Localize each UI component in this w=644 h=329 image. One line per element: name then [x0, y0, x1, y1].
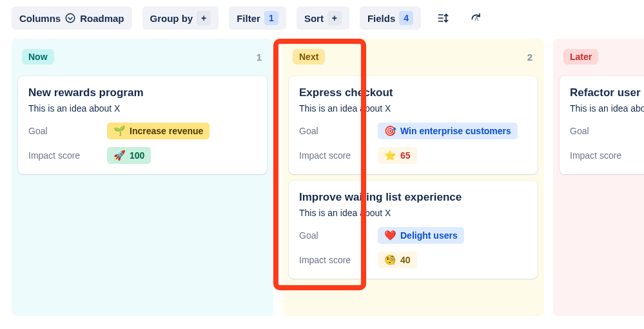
goal-text: Delight users [400, 230, 458, 241]
card[interactable]: Improve waiting list experience This is … [289, 181, 538, 279]
fields-count-badge: 4 [399, 11, 413, 25]
field-row-impact: Impact score ⭐ 65 [299, 145, 527, 166]
autofill-button[interactable]: A [465, 6, 488, 30]
toolbar: Columns Roadmap Group by + Filter 1 Sort… [12, 4, 632, 32]
card-description: This is an idea about [570, 103, 644, 114]
impact-score: 40 [400, 255, 411, 265]
card-description: This is an idea about X [299, 103, 527, 114]
seedling-icon: 🌱 [113, 125, 126, 137]
column-header: Now 1 [18, 44, 267, 70]
card-description: This is an idea about X [299, 208, 527, 218]
column-header: Later [560, 44, 644, 70]
impact-label: Impact score [28, 150, 99, 161]
rocket-icon: 🚀 [113, 150, 126, 161]
card-title: Express checkout [299, 86, 527, 99]
card-title: New rewards program [28, 86, 257, 99]
impact-label: Impact score [299, 255, 370, 265]
board: Now 1 New rewards program This is an ide… [12, 39, 632, 316]
stage-pill[interactable]: Next [293, 49, 325, 65]
filter-button[interactable]: Filter 1 [229, 6, 286, 30]
card[interactable]: New rewards program This is an idea abou… [18, 76, 267, 174]
column-count: 2 [527, 52, 532, 63]
sort-label: Sort [304, 13, 324, 24]
stage-pill[interactable]: Now [22, 49, 54, 65]
impact-tag[interactable]: 🚀 100 [107, 147, 151, 164]
field-row-impact: Impact score 🧐 [570, 145, 644, 166]
stage-pill[interactable]: Later [563, 49, 598, 65]
field-row-goal: Goal 🏆 [570, 120, 644, 142]
columns-view-name: Roadmap [80, 13, 124, 24]
plus-icon: + [197, 11, 211, 25]
impact-label: Impact score [570, 150, 641, 161]
card-title: Refactor user p [570, 86, 644, 99]
goal-tag[interactable]: 🎯 Win enterprise customers [378, 123, 518, 139]
field-row-goal: Goal 🎯 Win enterprise customers [299, 120, 527, 142]
plus-icon: + [327, 11, 342, 25]
row-height-button[interactable] [431, 6, 454, 30]
goal-label: Goal [28, 126, 99, 136]
filter-count-badge: 1 [264, 11, 278, 25]
goal-text: Win enterprise customers [400, 126, 511, 136]
svg-point-0 [66, 14, 75, 23]
columns-label: Columns [19, 13, 61, 24]
field-row-impact: Impact score 🚀 100 [28, 145, 257, 166]
goal-tag[interactable]: 🌱 Increase revenue [107, 123, 210, 139]
columns-button[interactable]: Columns Roadmap [12, 6, 132, 30]
goal-label: Goal [299, 126, 370, 136]
card-description: This is an idea about X [28, 103, 257, 114]
goal-text: Increase revenue [130, 126, 203, 136]
heart-icon: ❤️ [384, 230, 396, 241]
filter-label: Filter [237, 13, 260, 24]
card[interactable]: Refactor user p This is an idea about Go… [560, 76, 644, 174]
column-next[interactable]: Next 2 Express checkout This is an idea … [282, 39, 544, 316]
sort-button[interactable]: Sort + [297, 6, 349, 30]
star-icon: ⭐ [384, 150, 396, 161]
impact-tag[interactable]: 🧐 40 [378, 252, 417, 268]
impact-score: 65 [400, 150, 411, 161]
chevron-down-icon [64, 12, 76, 24]
column-count: 1 [257, 52, 262, 63]
card[interactable]: Express checkout This is an idea about X… [289, 76, 538, 174]
goal-label: Goal [570, 126, 641, 136]
goal-label: Goal [299, 230, 370, 241]
column-now[interactable]: Now 1 New rewards program This is an ide… [12, 39, 273, 316]
target-icon: 🎯 [384, 125, 396, 137]
impact-score: 100 [130, 150, 144, 161]
fields-button[interactable]: Fields 4 [360, 6, 421, 30]
group-by-button[interactable]: Group by + [142, 6, 219, 30]
fields-label: Fields [367, 13, 395, 24]
svg-text:A: A [475, 15, 479, 22]
column-later[interactable]: Later Refactor user p This is an idea ab… [553, 39, 644, 316]
impact-label: Impact score [299, 150, 370, 161]
field-row-impact: Impact score 🧐 40 [299, 249, 527, 271]
group-by-label: Group by [150, 13, 193, 24]
column-header: Next 2 [289, 44, 538, 70]
card-title: Improve waiting list experience [299, 191, 527, 204]
field-row-goal: Goal 🌱 Increase revenue [28, 120, 257, 142]
goal-tag[interactable]: ❤️ Delight users [378, 227, 464, 244]
field-row-goal: Goal ❤️ Delight users [299, 224, 527, 246]
monocle-icon: 🧐 [384, 254, 396, 266]
impact-tag[interactable]: ⭐ 65 [378, 147, 417, 164]
